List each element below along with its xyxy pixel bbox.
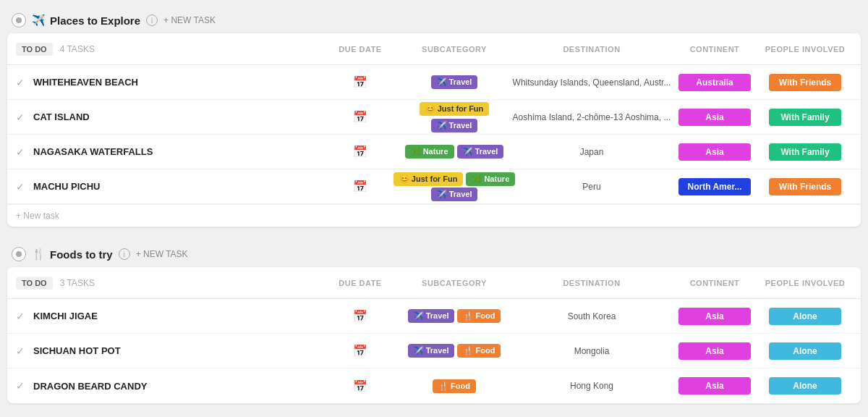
row-due-date[interactable]: 📅 xyxy=(324,145,396,159)
tag-food: 🍴 Food xyxy=(457,344,501,358)
tag-nature: 🌿 Nature xyxy=(405,145,454,159)
foods-table: TO DO 3 TASKS DUE DATE SUBCATEGORY DESTI… xyxy=(7,267,861,403)
foods-col-people: PEOPLE INVOLVED xyxy=(758,279,852,287)
section-places-header: ✈️ Places to Explore i + NEW TASK xyxy=(0,7,868,33)
tag-fun: 😊 Just for Fun xyxy=(393,172,464,186)
section-places-title: ✈️ Places to Explore xyxy=(32,14,140,27)
row-people: Alone xyxy=(758,377,852,395)
row-name: NAGASAKA WATERFALLS xyxy=(33,146,324,157)
subcategory-multi: 😊 Just for Fun 🌿 Nature ✈️ Travel xyxy=(393,172,516,201)
tag-food: 🍴 Food xyxy=(433,379,476,393)
calendar-icon[interactable]: 📅 xyxy=(353,344,367,358)
row-check[interactable]: ✓ xyxy=(16,345,33,357)
foods-table-header: TO DO 3 TASKS DUE DATE SUBCATEGORY DESTI… xyxy=(7,267,861,299)
section-foods-toggle[interactable] xyxy=(12,247,26,261)
places-status-badge: TO DO xyxy=(16,43,53,56)
table-row: ✓ SICHUAN HOT POT 📅 ✈️ Travel 🍴 Food Mon… xyxy=(7,334,861,368)
row-name: WHITEHEAVEN BEACH xyxy=(33,77,324,88)
places-icon: ✈️ xyxy=(32,14,46,27)
places-task-count: 4 TASKS xyxy=(60,44,324,54)
row-continent: Asia xyxy=(671,308,758,325)
row-destination: Hong Kong xyxy=(512,381,671,391)
row-destination: Peru xyxy=(512,182,671,192)
table-row: ✓ NAGASAKA WATERFALLS 📅 🌿 Nature ✈️ Trav… xyxy=(7,135,861,169)
people-tag: Alone xyxy=(769,377,841,395)
table-row: ✓ KIMCHI JIGAE 📅 ✈️ Travel 🍴 Food South … xyxy=(7,299,861,334)
people-tag: With Family xyxy=(769,143,841,161)
row-name: MACHU PICHU xyxy=(33,181,324,192)
row-name: SICHUAN HOT POT xyxy=(33,345,324,356)
people-tag: Alone xyxy=(769,308,841,325)
calendar-icon[interactable]: 📅 xyxy=(353,110,367,125)
row-people: With Family xyxy=(758,109,852,126)
continent-tag: Asia xyxy=(678,377,751,395)
people-tag: With Friends xyxy=(769,178,841,195)
row-check[interactable]: ✓ xyxy=(16,181,33,193)
people-tag: Alone xyxy=(769,342,841,360)
calendar-icon[interactable]: 📅 xyxy=(353,75,367,90)
row-people: Alone xyxy=(758,342,852,360)
row-people: With Family xyxy=(758,143,852,161)
row-check[interactable]: ✓ xyxy=(16,77,33,88)
section-places: ✈️ Places to Explore i + NEW TASK TO DO … xyxy=(0,7,868,227)
tag-travel: ✈️ Travel xyxy=(431,188,478,201)
tag-row: 😊 Just for Fun 🌿 Nature xyxy=(393,172,516,186)
row-check[interactable]: ✓ xyxy=(16,111,33,123)
section-places-toggle[interactable] xyxy=(12,13,26,28)
row-subcategory: 😊 Just for Fun ✈️ Travel xyxy=(396,102,512,132)
row-continent: Asia xyxy=(671,109,758,126)
tag-travel: ✈️ Travel xyxy=(457,145,504,159)
row-check[interactable]: ✓ xyxy=(16,380,33,392)
section-foods-info[interactable]: i xyxy=(119,248,130,260)
table-row: ✓ DRAGON BEARD CANDY 📅 🍴 Food Hong Kong … xyxy=(7,368,861,403)
foods-icon: 🍴 xyxy=(32,248,46,261)
continent-tag: Asia xyxy=(678,143,751,161)
tag-fun: 😊 Just for Fun xyxy=(420,102,490,116)
tag-food: 🍴 Food xyxy=(457,309,501,323)
places-col-due-date: DUE DATE xyxy=(324,45,396,54)
table-row: ✓ MACHU PICHU 📅 😊 Just for Fun 🌿 Nature … xyxy=(7,169,861,204)
row-subcategory: 😊 Just for Fun 🌿 Nature ✈️ Travel xyxy=(396,172,512,201)
places-add-row[interactable]: + New task xyxy=(7,204,861,227)
section-foods-header: 🍴 Foods to try i + NEW TASK xyxy=(0,241,868,267)
calendar-icon[interactable]: 📅 xyxy=(353,379,367,393)
continent-tag: Asia xyxy=(678,109,751,126)
row-people: With Friends xyxy=(758,74,852,91)
row-continent: Asia xyxy=(671,342,758,360)
section-places-info[interactable]: i xyxy=(146,14,158,26)
row-subcategory: 🌿 Nature ✈️ Travel xyxy=(396,145,512,159)
row-people: Alone xyxy=(758,308,852,325)
row-check[interactable]: ✓ xyxy=(16,146,33,158)
foods-new-task-btn[interactable]: + NEW TASK xyxy=(136,249,188,259)
places-col-subcategory: SUBCATEGORY xyxy=(396,45,512,54)
row-due-date[interactable]: 📅 xyxy=(324,379,396,393)
row-due-date[interactable]: 📅 xyxy=(324,75,396,90)
row-due-date[interactable]: 📅 xyxy=(324,110,396,125)
row-due-date[interactable]: 📅 xyxy=(324,344,396,358)
row-continent: Asia xyxy=(671,143,758,161)
continent-tag: Asia xyxy=(678,342,751,360)
row-check[interactable]: ✓ xyxy=(16,311,33,322)
table-row: ✓ WHITEHEAVEN BEACH 📅 ✈️ Travel Whitsund… xyxy=(7,65,861,100)
places-table: TO DO 4 TASKS DUE DATE SUBCATEGORY DESTI… xyxy=(7,33,861,227)
row-due-date[interactable]: 📅 xyxy=(324,309,396,324)
foods-col-continent: CONTINENT xyxy=(671,279,758,287)
section-foods-toggle-inner xyxy=(16,251,22,257)
tag-travel: ✈️ Travel xyxy=(431,75,478,89)
calendar-icon[interactable]: 📅 xyxy=(353,145,367,159)
tag-travel: ✈️ Travel xyxy=(431,119,478,132)
places-col-destination: DESTINATION xyxy=(512,45,671,54)
row-people: With Friends xyxy=(758,178,852,195)
row-name: DRAGON BEARD CANDY xyxy=(33,381,324,392)
continent-tag: Asia xyxy=(678,308,751,325)
row-continent: Asia xyxy=(671,377,758,395)
calendar-icon[interactable]: 📅 xyxy=(353,180,367,194)
calendar-icon[interactable]: 📅 xyxy=(353,309,367,324)
foods-col-due-date: DUE DATE xyxy=(324,279,396,287)
foods-col-destination: DESTINATION xyxy=(512,279,671,287)
tag-row: ✈️ Travel xyxy=(431,188,478,201)
section-foods-title: 🍴 Foods to try xyxy=(32,248,113,261)
row-continent: North Amer... xyxy=(671,178,758,195)
row-due-date[interactable]: 📅 xyxy=(324,180,396,194)
places-new-task-btn[interactable]: + NEW TASK xyxy=(163,15,216,25)
